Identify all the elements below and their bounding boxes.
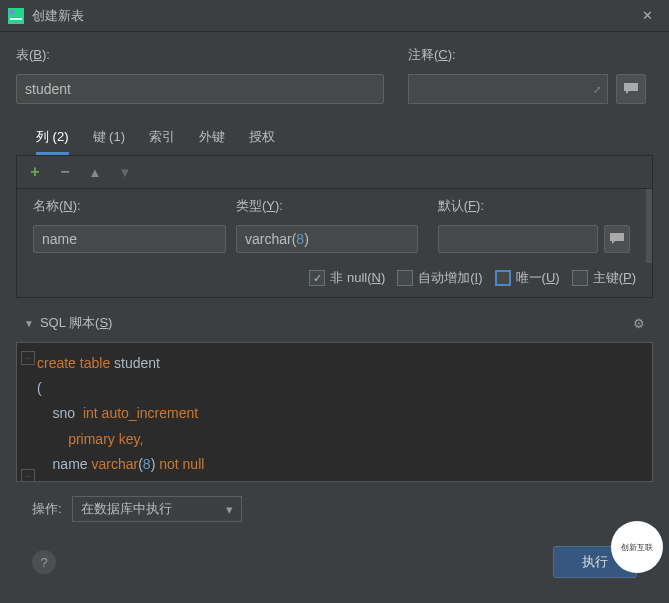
col-comment-button[interactable] [604,225,630,253]
col-name-label: 名称(N): [33,197,226,215]
check-primary-key[interactable]: 主键(P) [572,269,636,287]
fold-icon[interactable]: − [21,469,35,482]
tab-keys[interactable]: 键 (1) [93,122,126,155]
table-name-label: 表(B): [16,46,384,64]
sql-section-label: SQL 脚本(S) [40,314,113,332]
sql-editor[interactable]: − − create table student ( sno int auto_… [16,342,653,482]
remove-column-button[interactable]: − [55,162,75,182]
col-name-input[interactable] [33,225,226,253]
comment-label: 注释(C): [408,46,653,64]
expand-icon[interactable]: ⤢ [593,84,601,95]
checkbox-icon [495,270,511,286]
window-title: 创建新表 [32,7,634,25]
col-type-input[interactable]: varchar(8) [236,225,418,253]
comment-input[interactable]: ⤢ [408,74,608,104]
sql-section-header[interactable]: ▼ SQL 脚本(S) ⚙ [16,304,653,342]
fold-icon[interactable]: − [21,351,35,365]
check-not-null[interactable]: 非 null(N) [309,269,385,287]
move-up-button[interactable]: ▲ [85,162,105,182]
col-default-label: 默认(F): [438,197,598,215]
app-icon [8,8,24,24]
table-name-input[interactable] [16,74,384,104]
action-select[interactable]: 在数据库中执行 [72,496,242,522]
tab-auth[interactable]: 授权 [249,122,275,155]
comment-button[interactable] [616,74,646,104]
checkbox-icon [572,270,588,286]
svg-rect-1 [10,10,14,14]
action-label: 操作: [32,500,62,518]
check-unique[interactable]: 唯一(U) [495,269,560,287]
close-icon[interactable]: ✕ [634,4,661,27]
tab-columns[interactable]: 列 (2) [36,122,69,155]
checkbox-icon [397,270,413,286]
tab-indexes[interactable]: 索引 [149,122,175,155]
check-auto-increment[interactable]: 自动增加(I) [397,269,482,287]
help-button[interactable]: ? [32,550,56,574]
col-type-label: 类型(Y): [236,197,418,215]
add-column-button[interactable]: + [25,162,45,182]
watermark-logo: 创新互联 [611,521,663,573]
checkbox-icon [309,270,325,286]
col-default-input[interactable] [438,225,598,253]
gear-icon[interactable]: ⚙ [633,316,645,331]
svg-rect-2 [10,18,22,20]
chevron-down-icon: ▼ [24,318,34,329]
tab-foreign-keys[interactable]: 外键 [199,122,225,155]
move-down-button[interactable]: ▼ [115,162,135,182]
